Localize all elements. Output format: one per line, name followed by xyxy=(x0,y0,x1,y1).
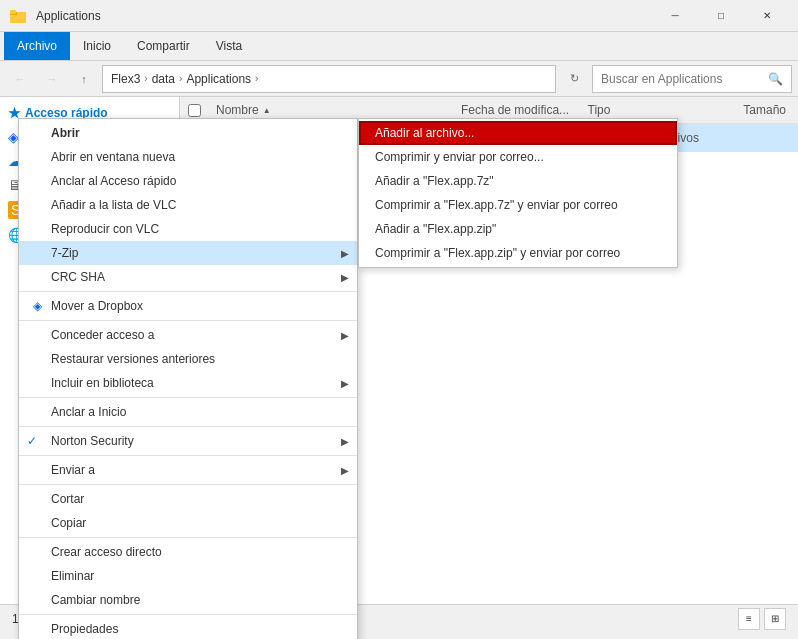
ctx-sep-5 xyxy=(19,455,357,456)
ctx-sep-8 xyxy=(19,614,357,615)
ctx-sep-4 xyxy=(19,426,357,427)
submenu-item-comprimir-correo[interactable]: Comprimir y enviar por correo... xyxy=(359,145,677,169)
col-modified[interactable]: Fecha de modifica... xyxy=(457,101,584,119)
ctx-cortar[interactable]: Cortar xyxy=(19,487,357,511)
ctx-restaurar[interactable]: Restaurar versiones anteriores xyxy=(19,347,357,371)
address-path[interactable]: Flex3 › data › Applications › xyxy=(102,65,556,93)
ctx-enviar[interactable]: Enviar a xyxy=(19,458,357,482)
path-segment-1: Flex3 xyxy=(111,72,140,86)
path-arrow-2: › xyxy=(179,73,182,84)
search-input[interactable] xyxy=(601,72,764,86)
minimize-button[interactable]: ─ xyxy=(652,0,698,32)
path-segment-3: Applications xyxy=(186,72,251,86)
ctx-copiar[interactable]: Copiar xyxy=(19,511,357,535)
app-icon xyxy=(8,6,28,26)
window-title: Applications xyxy=(36,9,652,23)
forward-button[interactable]: → xyxy=(38,65,66,93)
ctx-eliminar[interactable]: Eliminar xyxy=(19,564,357,588)
path-arrow-1: › xyxy=(144,73,147,84)
ctx-7zip[interactable]: 7-Zip xyxy=(19,241,357,265)
refresh-button[interactable]: ↻ xyxy=(560,65,588,93)
title-bar: Applications ─ □ ✕ xyxy=(0,0,798,32)
ctx-anclar-inicio[interactable]: Anclar a Inicio xyxy=(19,400,357,424)
list-view-button[interactable]: ≡ xyxy=(738,608,760,630)
context-menu: Abrir Abrir en ventana nueva Anclar al A… xyxy=(18,118,358,639)
tab-inicio[interactable]: Inicio xyxy=(70,32,124,60)
details-view-button[interactable]: ⊞ xyxy=(764,608,786,630)
close-button[interactable]: ✕ xyxy=(744,0,790,32)
ctx-abrir-nueva[interactable]: Abrir en ventana nueva xyxy=(19,145,357,169)
ctx-acceso-directo[interactable]: Crear acceso directo xyxy=(19,540,357,564)
submenu-7zip: Añadir al archivo... Comprimir y enviar … xyxy=(358,118,678,268)
col-type[interactable]: Tipo xyxy=(584,101,711,119)
ribbon: Archivo Inicio Compartir Vista xyxy=(0,32,798,61)
address-bar: ← → ↑ Flex3 › data › Applications › ↻ 🔍 xyxy=(0,61,798,97)
dropbox-ctx-icon: ◈ xyxy=(27,299,47,313)
norton-check-icon: ✓ xyxy=(27,434,37,448)
ctx-conceder[interactable]: Conceder acceso a xyxy=(19,323,357,347)
submenu-item-anadir-archivo[interactable]: Añadir al archivo... xyxy=(359,121,677,145)
ctx-vlc-add[interactable]: Añadir a la lista de VLC xyxy=(19,193,357,217)
up-button[interactable]: ↑ xyxy=(70,65,98,93)
sort-arrow-name: ▲ xyxy=(263,106,271,115)
ctx-anclar[interactable]: Anclar al Acceso rápido xyxy=(19,169,357,193)
path-segment-2: data xyxy=(152,72,175,86)
search-box[interactable]: 🔍 xyxy=(592,65,792,93)
col-size[interactable]: Tamaño xyxy=(710,101,790,119)
ctx-sep-1 xyxy=(19,291,357,292)
ctx-dropbox[interactable]: ◈ Mover a Dropbox xyxy=(19,294,357,318)
ctx-sep-3 xyxy=(19,397,357,398)
window-controls: ─ □ ✕ xyxy=(652,0,790,32)
submenu-item-comprimir-7z-correo[interactable]: Comprimir a "Flex.app.7z" y enviar por c… xyxy=(359,193,677,217)
search-icon: 🔍 xyxy=(768,72,783,86)
col-name[interactable]: Nombre ▲ xyxy=(212,101,457,119)
submenu-item-anadir-7z[interactable]: Añadir a "Flex.app.7z" xyxy=(359,169,677,193)
ctx-sep-7 xyxy=(19,537,357,538)
ctx-cambiar[interactable]: Cambiar nombre xyxy=(19,588,357,612)
tab-compartir[interactable]: Compartir xyxy=(124,32,203,60)
ctx-abrir[interactable]: Abrir xyxy=(19,121,357,145)
path-arrow-3: › xyxy=(255,73,258,84)
tab-vista[interactable]: Vista xyxy=(203,32,255,60)
submenu-item-anadir-zip[interactable]: Añadir a "Flex.app.zip" xyxy=(359,217,677,241)
back-button[interactable]: ← xyxy=(6,65,34,93)
submenu-item-comprimir-zip-correo[interactable]: Comprimir a "Flex.app.zip" y enviar por … xyxy=(359,241,677,265)
ctx-propiedades[interactable]: Propiedades xyxy=(19,617,357,639)
tab-archivo[interactable]: Archivo xyxy=(4,32,70,60)
ctx-norton[interactable]: ✓ Norton Security xyxy=(19,429,357,453)
header-checkbox xyxy=(188,101,212,119)
ribbon-tab-list: Archivo Inicio Compartir Vista xyxy=(0,32,798,60)
svg-rect-2 xyxy=(10,10,16,14)
ctx-crcsha[interactable]: CRC SHA xyxy=(19,265,357,289)
ctx-incluir[interactable]: Incluir en biblioteca xyxy=(19,371,357,395)
ctx-sep-2 xyxy=(19,320,357,321)
ctx-sep-6 xyxy=(19,484,357,485)
ctx-vlc-play[interactable]: Reproducir con VLC xyxy=(19,217,357,241)
view-controls: ≡ ⊞ xyxy=(738,608,786,630)
select-all-checkbox[interactable] xyxy=(188,104,201,117)
maximize-button[interactable]: □ xyxy=(698,0,744,32)
